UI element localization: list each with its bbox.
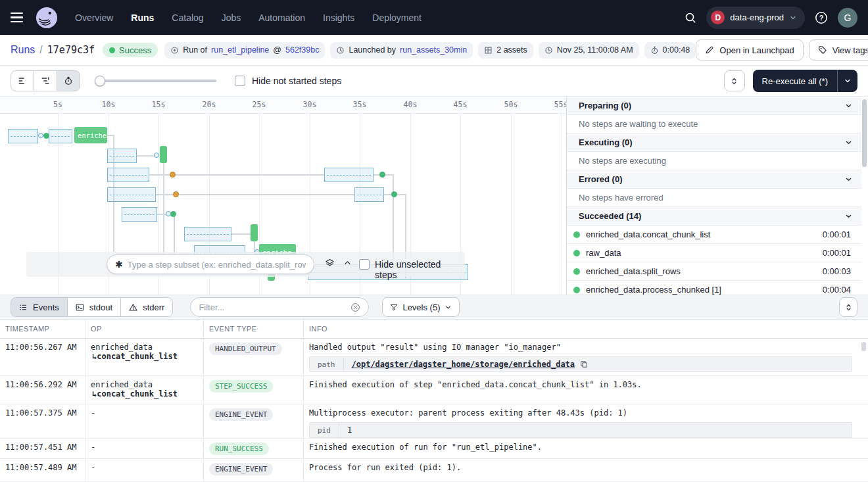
nav-item-automation[interactable]: Automation [258,12,305,23]
events-scrollbar[interactable] [861,342,866,351]
hide-not-started-checkbox-row[interactable]: Hide not started steps [235,76,341,86]
gantt-time-axis: 5s10s15s20s25s30s35s40s45s50s55s [0,97,566,114]
event-log-row[interactable]: 11:00:57.489 AM-ENGINE_EVENTProcess for … [0,459,868,482]
gantt-marker-dot[interactable] [391,191,397,197]
gantt-step-bar[interactable] [251,224,258,241]
event-log-row[interactable]: 11:00:56.267 AMenriched_data↳concat_chun… [0,339,868,376]
reexecute-all-button[interactable]: Re-execute all (*) [753,70,837,92]
layers-icon[interactable] [325,258,335,268]
view-tags-config-button[interactable]: View tags and config [809,39,868,60]
gantt-connector-line [137,155,155,157]
gantt-step-waiting-box[interactable] [107,168,149,182]
succeeded-step-row[interactable]: enriched_data.process_chunked [1]0:00:04 [567,281,861,295]
steps-panel-scrollbar[interactable] [862,99,867,167]
nav-item-insights[interactable]: Insights [323,12,354,23]
status-badge: Success [103,43,158,57]
tab-stderr[interactable]: stderr [120,297,173,317]
axis-tick-label: 35s [353,100,367,109]
gantt-step-waiting-box[interactable] [49,129,72,143]
tag-link[interactable]: run_assets_30min [400,45,467,55]
run-tag-0[interactable]: Run of run_etl_pipeline @ 562f39bc [164,42,325,59]
step-name[interactable]: enriched_data.split_rows [586,266,681,276]
tag-link[interactable]: run_etl_pipeline [211,45,269,55]
metadata-value: /opt/dagster/dagster_home/storage/enrich… [344,357,852,372]
gantt-step-bar-labeled[interactable]: enriche. [74,127,107,143]
copy-icon[interactable] [580,360,588,368]
events-expand-collapse-button[interactable] [839,297,857,317]
gantt-marker-dot[interactable] [38,133,43,138]
list-icon [19,303,28,312]
user-avatar[interactable]: G [838,8,857,28]
gantt-step-waiting-box[interactable] [122,207,157,222]
step-duration: 0:00:01 [823,229,851,239]
slider-handle[interactable] [95,76,105,86]
event-log-row[interactable]: 11:00:57.451 AM-RUN_SUCCESSFinished exec… [0,439,868,459]
gantt-step-waiting-box[interactable] [324,168,374,182]
event-op: enriched_data↳concat_chunk_list [85,376,204,404]
nav-item-overview[interactable]: Overview [75,12,113,23]
steps-section-1[interactable]: Executing (0) [567,133,861,152]
nav-item-jobs[interactable]: Jobs [222,12,241,23]
success-dot-icon [573,231,580,238]
gantt-chart[interactable]: 5s10s15s20s25s30s35s40s45s50s55s ✱ Hide … [0,97,566,295]
tab-events[interactable]: Events [11,297,68,317]
nav-item-deployment[interactable]: Deployment [372,12,422,23]
workspace-switcher[interactable]: D data-eng-prod [706,7,805,29]
dagster-logo[interactable] [36,7,58,29]
succeeded-step-row[interactable]: enriched_data.split_rows0:00:03 [567,262,861,281]
gantt-step-waiting-box[interactable] [107,187,156,202]
events-table-header: TIMESTAMPOPEVENT TYPEINFO [0,320,868,339]
gantt-step-waiting-box[interactable] [107,149,137,163]
chevron-up-icon[interactable] [343,258,352,267]
breadcrumb-runs-link[interactable]: Runs [11,44,35,56]
flat-layout-button[interactable] [11,70,34,91]
steps-empty-state: No steps are executing [567,152,861,170]
tag-link[interactable]: 562f39bc [285,45,319,55]
step-name[interactable]: raw_data [586,248,621,258]
timed-layout-button[interactable] [57,70,80,91]
gantt-step-bar[interactable] [160,146,167,163]
steps-section-2[interactable]: Errored (0) [567,170,861,189]
search-icon[interactable] [685,12,696,24]
succeeded-step-row[interactable]: enriched_data.concat_chunk_list0:00:01 [567,226,861,244]
step-name[interactable]: enriched_data.process_chunked [1] [586,285,721,295]
gantt-marker-dot[interactable] [170,211,176,217]
gantt-marker-dot[interactable] [154,153,159,158]
log-filter-input[interactable] [199,302,345,312]
succeeded-step-row[interactable]: raw_data0:00:01 [567,244,861,262]
hamburger-menu-icon[interactable] [11,9,28,26]
run-tag-3[interactable]: Nov 25, 11:00:08 AM [539,42,639,59]
axis-tick-label: 30s [303,100,317,109]
run-tag-2[interactable]: 2 assets [478,42,533,59]
step-name[interactable]: enriched_data.concat_chunk_list [586,229,710,239]
gantt-step-waiting-box[interactable] [354,187,384,202]
step-duration: 0:00:01 [823,248,851,258]
event-log-row[interactable]: 11:00:56.292 AMenriched_data↳concat_chun… [0,376,868,404]
gantt-step-waiting-box[interactable] [184,227,231,241]
hide-unselected-checkbox[interactable] [359,259,370,270]
gantt-marker-dot[interactable] [379,172,385,178]
run-tag-4[interactable]: 0:00:48 [644,42,696,59]
metadata-path-link[interactable]: /opt/dagster/dagster_home/storage/enrich… [352,360,575,369]
run-tag-1[interactable]: Launched by run_assets_30min [330,42,473,59]
open-in-launchpad-button[interactable]: Open in Launchpad [696,39,803,60]
waterfall-layout-button[interactable] [34,70,57,91]
nav-item-runs[interactable]: Runs [131,12,154,23]
reexecute-options-button[interactable] [838,70,857,92]
gantt-marker-dot[interactable] [43,133,49,139]
levels-dropdown[interactable]: Levels (5) [382,297,460,317]
nav-item-catalog[interactable]: Catalog [172,12,203,23]
gantt-zoom-slider[interactable] [95,74,216,87]
gantt-step-waiting-box[interactable] [8,129,38,143]
step-subset-input[interactable] [128,260,306,270]
steps-section-succeeded[interactable]: Succeeded (14) [567,207,861,226]
gantt-marker-dot[interactable] [173,191,179,197]
tab-stdout[interactable]: stdout [67,297,121,317]
help-icon[interactable]: ? [815,11,828,24]
gantt-marker-dot[interactable] [170,172,176,178]
event-log-row[interactable]: 11:00:57.375 AM-ENGINE_EVENTMultiprocess… [0,404,868,439]
expand-collapse-panels-button[interactable] [724,70,745,91]
steps-section-0[interactable]: Preparing (0) [567,97,861,115]
hide-not-started-checkbox[interactable] [235,76,245,86]
clear-filter-icon[interactable] [350,302,360,312]
